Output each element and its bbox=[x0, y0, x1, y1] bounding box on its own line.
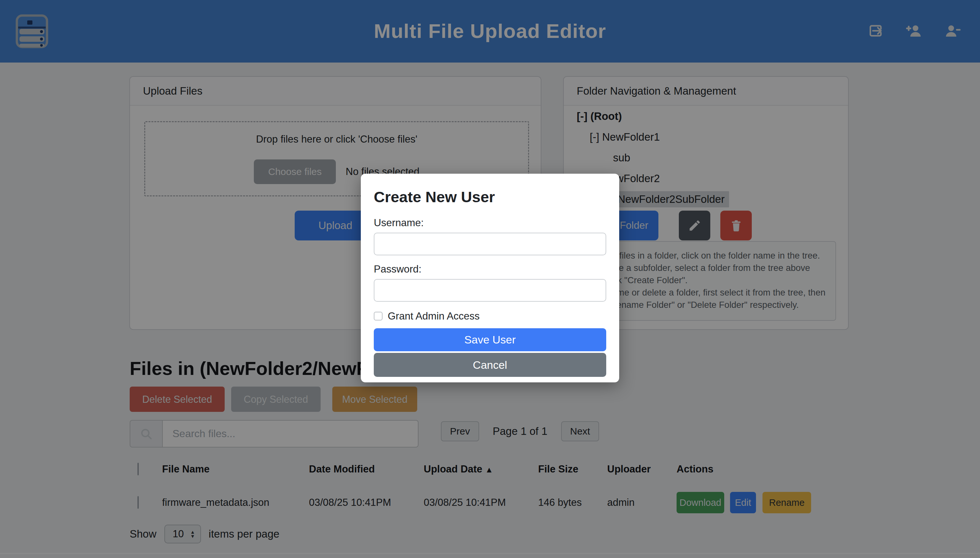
password-field[interactable] bbox=[374, 279, 606, 302]
grant-admin-label: Grant Admin Access bbox=[388, 310, 480, 322]
create-user-modal: Create New User Username: Password: Gran… bbox=[361, 174, 619, 382]
grant-admin-checkbox[interactable] bbox=[374, 312, 383, 320]
password-label: Password: bbox=[374, 263, 606, 275]
save-user-button[interactable]: Save User bbox=[374, 328, 606, 351]
cancel-button[interactable]: Cancel bbox=[374, 353, 606, 377]
username-field[interactable] bbox=[374, 233, 606, 255]
modal-title: Create New User bbox=[374, 188, 606, 206]
username-label: Username: bbox=[374, 217, 606, 229]
